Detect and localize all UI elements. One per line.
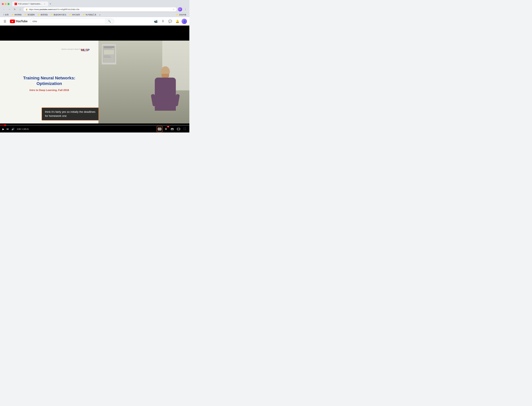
youtube-header: ☰ YouTube 🔍 📹 ⠿ 💬 🔔 👤	[0, 17, 189, 26]
youtube-logo-text: YouTube	[16, 20, 28, 23]
subtitle-line-2	[159, 129, 161, 130]
miniplayer-bar	[171, 128, 174, 129]
header-actions: 📹 ⠿ 💬 🔔 👤	[153, 18, 187, 24]
search-container: 🔍	[30, 19, 114, 24]
bookmark-apps-label: 应用	[5, 14, 8, 16]
bookmark-apps[interactable]: ⠿ 应用	[2, 13, 10, 16]
address-bar[interactable]: 🔒 https://www.youtube.com/watch?v=m5gRfF…	[23, 7, 177, 11]
bookmark-star-icon[interactable]: ☆	[173, 8, 175, 11]
folder-icon-7: 📁	[176, 14, 178, 16]
bookmark-mac-label: MAC使用	[72, 14, 80, 16]
folder-icon-4: 📁	[51, 14, 53, 16]
youtube-logo-icon	[10, 20, 15, 23]
subtitle-line-1	[159, 129, 161, 129]
active-tab[interactable]: F18 Lecture 7: Optimization Pa ×	[12, 1, 48, 6]
bookmark-info-label: 资讯重构	[28, 14, 35, 16]
settings-button[interactable]: ⚙ HD	[163, 126, 169, 132]
fullscreen-button[interactable]: ⛶	[182, 126, 188, 132]
bookmark-recommend[interactable]: 📁 推荐系统	[36, 13, 49, 16]
person-figure	[150, 66, 180, 123]
wall-poster	[101, 44, 116, 65]
bookmark-ds-label: 数据结构与算法	[54, 14, 66, 16]
bookmark-ds[interactable]: 📁 数据结构与算法	[50, 13, 67, 16]
folder-icon-6: 📁	[83, 14, 85, 16]
person-head	[161, 66, 170, 77]
youtube-logo[interactable]: YouTube	[10, 20, 28, 23]
next-button[interactable]: ⏭	[6, 127, 10, 131]
tab-title: F18 Lecture 7: Optimization Pa	[18, 3, 42, 5]
reload-button[interactable]: ↻	[13, 7, 17, 11]
browser-chrome: F18 Lecture 7: Optimization Pa × + ← → ↻…	[0, 0, 189, 17]
bell-icon: 🔔	[176, 20, 179, 23]
bookmark-more-btn[interactable]: »	[98, 13, 102, 16]
messages-button[interactable]: 💬	[167, 18, 173, 24]
new-tab-button[interactable]: +	[48, 2, 52, 6]
search-button[interactable]: 🔍	[105, 19, 114, 24]
bookmark-info[interactable]: 📁 资讯重构	[23, 13, 36, 16]
lock-icon: 🔒	[26, 8, 28, 10]
play-icon: ▶	[2, 128, 4, 130]
video-player-container: MLSP Machine Learning for Signal Process…	[0, 26, 189, 132]
window-controls	[2, 3, 9, 5]
youtube-menu-icon[interactable]: ☰	[2, 18, 7, 24]
miniplayer-screen	[171, 129, 174, 130]
youtube-page: ☰ YouTube 🔍 📹 ⠿ 💬 🔔 👤	[0, 17, 189, 132]
subtitle-icon	[158, 128, 161, 130]
notifications-button[interactable]: 🔔	[174, 18, 180, 24]
next-icon: ⏭	[7, 128, 9, 130]
speaker-background	[99, 41, 189, 123]
maximize-window-button[interactable]	[7, 3, 9, 5]
miniplayer-button[interactable]	[170, 126, 175, 132]
theater-icon	[177, 128, 180, 130]
total-time: 1:05:21	[22, 128, 29, 130]
apps-icon: ⠿	[162, 20, 164, 23]
browser-menu-icon[interactable]: ⋮	[183, 7, 188, 11]
profile-icon[interactable]: ●	[178, 7, 182, 11]
title-bar: F18 Lecture 7: Optimization Pa × +	[0, 0, 189, 6]
close-window-button[interactable]	[2, 3, 4, 5]
upload-button[interactable]: 📹	[153, 18, 159, 24]
back-button[interactable]: ←	[2, 7, 6, 11]
user-avatar[interactable]: 👤	[182, 19, 187, 24]
minimize-window-button[interactable]	[5, 3, 7, 5]
bookmark-other[interactable]: 📁 其他书签	[175, 13, 188, 16]
tab-bar: F18 Lecture 7: Optimization Pa × +	[12, 1, 188, 6]
home-button[interactable]: ⌂	[18, 7, 22, 11]
bookmark-other-label: 其他书签	[179, 14, 186, 16]
tab-close-button[interactable]: ×	[43, 3, 46, 5]
more-bookmarks-icon: »	[99, 14, 100, 16]
bookmark-nlp-label: NLP基础工具	[86, 14, 96, 16]
bookmark-neural[interactable]: 📁 神经网络	[10, 13, 23, 16]
current-time: 2:09	[17, 128, 21, 130]
url-text: https://www.youtube.com/watch?v=m5gRfFsS…	[29, 8, 171, 11]
fullscreen-icon: ⛶	[184, 128, 186, 130]
forward-button[interactable]: →	[7, 7, 11, 11]
slide-title: Training Neural Networks:Optimization	[6, 75, 92, 86]
subtitle-button[interactable]	[157, 126, 162, 132]
folder-icon-3: 📁	[38, 14, 40, 16]
bookmark-recommend-label: 推荐系统	[41, 14, 48, 16]
speaker-area	[99, 41, 189, 123]
bookmarks-bar: ⠿ 应用 📁 神经网络 📁 资讯重构 📁 推荐系统 📁 数据结构与算法 📁 MA…	[0, 12, 189, 17]
hd-badge: HD	[167, 126, 169, 127]
theater-button[interactable]	[176, 126, 181, 132]
search-input[interactable]	[30, 19, 105, 24]
navigation-bar: ← → ↻ ⌂ 🔒 https://www.youtube.com/watch?…	[0, 6, 189, 12]
gear-icon: ⚙	[165, 127, 167, 131]
folder-icon-1: 📁	[12, 14, 14, 16]
black-bar-top	[0, 26, 189, 41]
time-display: 2:09 / 1:05:21	[17, 128, 29, 130]
volume-button[interactable]: 🔊	[11, 127, 15, 131]
folder-icon-5: 📁	[69, 14, 71, 16]
caption-text: think it's fairly yes so initially the d…	[45, 110, 95, 118]
folder-icon-2: 📁	[25, 14, 27, 16]
caption-box: think it's fairly yes so initially the d…	[42, 108, 99, 120]
video-player[interactable]: MLSP Machine Learning for Signal Process…	[0, 26, 189, 132]
bookmark-mac[interactable]: 📁 MAC使用	[68, 13, 81, 16]
person-body	[155, 78, 176, 111]
apps-button[interactable]: ⠿	[160, 18, 166, 24]
apps-grid-icon: ⠿	[3, 14, 4, 16]
subtitle-icon-inner	[158, 128, 161, 130]
bookmark-nlp[interactable]: 📁 NLP基础工具	[82, 13, 98, 16]
play-button[interactable]: ▶	[2, 127, 5, 131]
